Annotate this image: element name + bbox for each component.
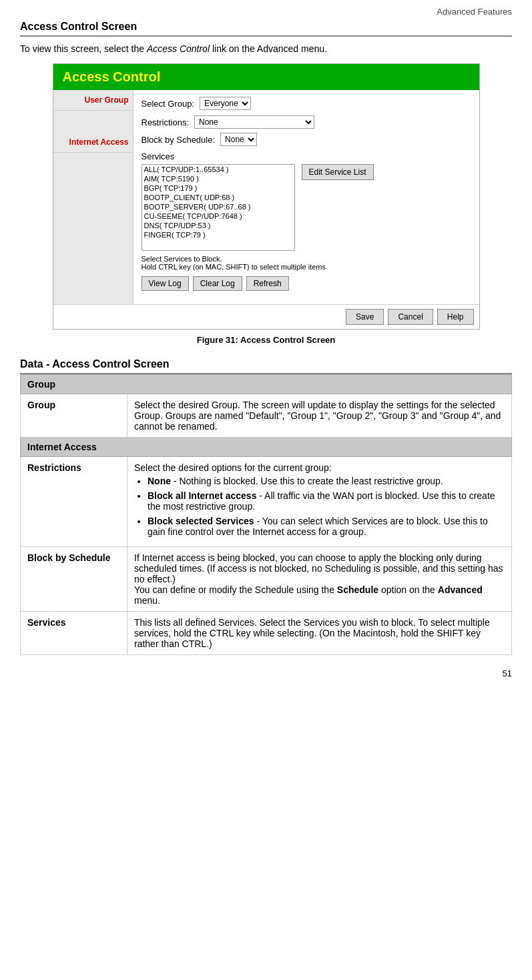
block-schedule-row: Block by Schedule: None (142, 133, 471, 146)
group-header-row: Group (21, 375, 512, 394)
access-control-widget: Access Control User Group Internet Acces… (53, 63, 480, 330)
sidebar-user-group: User Group (53, 90, 133, 111)
services-label: Services (142, 151, 471, 161)
group-description: Select the desired Group. The screen wil… (127, 394, 512, 438)
internet-access-header-cell: Internet Access (21, 438, 512, 457)
services-description: This lists all defined Services. Select … (127, 612, 512, 655)
refresh-button[interactable]: Refresh (246, 276, 289, 291)
schedule-label-cell: Block by Schedule (21, 547, 127, 612)
schedule-description: If Internet access is being blocked, you… (127, 547, 512, 612)
data-table: Group Group Select the desired Group. Th… (20, 374, 512, 655)
list-item: Block all Internet access - All traffic … (148, 490, 505, 512)
restrictions-dropdown[interactable]: None (194, 115, 314, 129)
widget-header: Access Control (53, 64, 479, 90)
table-row-restrictions: Restrictions Select the desired options … (21, 457, 512, 547)
clear-log-button[interactable]: Clear Log (193, 276, 242, 291)
intro-text: To view this screen, select the Access C… (20, 43, 512, 54)
help-button[interactable]: Help (437, 309, 474, 325)
widget-sidebar: User Group Internet Access (53, 90, 134, 304)
cancel-button[interactable]: Cancel (388, 309, 433, 325)
restrictions-label-cell: Restrictions (21, 457, 127, 547)
services-label-cell: Services (21, 612, 127, 655)
list-item: Block selected Services - You can select… (148, 516, 505, 537)
services-listbox[interactable]: ALL( TCP/UDP:1..65534 ) AIM( TCP:5190 ) … (142, 164, 295, 251)
table-row-services: Services This lists all defined Services… (21, 612, 512, 655)
restrictions-label: Restrictions: (142, 117, 190, 127)
internet-access-header-row: Internet Access (21, 438, 512, 457)
section-title: Access Control Screen (20, 21, 512, 37)
restrictions-list: None - Nothing is blocked. Use this to c… (148, 476, 505, 537)
log-buttons: View Log Clear Log Refresh (142, 276, 471, 291)
select-group-row: Select Group: Everyone (142, 97, 471, 110)
select-group-label: Select Group: (142, 99, 195, 109)
restrictions-row: Restrictions: None (142, 115, 471, 129)
view-log-button[interactable]: View Log (142, 276, 189, 291)
table-row-group: Group Select the desired Group. The scre… (21, 394, 512, 438)
block-schedule-label: Block by Schedule: (142, 135, 216, 145)
widget-content: Select Group: Everyone Restrictions: Non… (134, 90, 479, 304)
select-hint: Select Services to Block. Hold CTRL key … (142, 255, 471, 271)
group-header-cell: Group (21, 375, 512, 394)
list-item: None - Nothing is blocked. Use this to c… (148, 476, 505, 486)
action-buttons: Save Cancel Help (53, 304, 479, 329)
services-area: ALL( TCP/UDP:1..65534 ) AIM( TCP:5190 ) … (142, 164, 471, 251)
group-label: Group (21, 394, 127, 438)
data-section-title: Data - Access Control Screen (20, 358, 512, 374)
select-group-dropdown[interactable]: Everyone (200, 97, 251, 110)
page-header: Advanced Features (20, 7, 512, 17)
block-schedule-dropdown[interactable]: None (220, 133, 257, 146)
sidebar-internet-access: Internet Access (53, 111, 133, 153)
restrictions-description: Select the desired options for the curre… (127, 457, 512, 547)
figure-caption: Figure 31: Access Control Screen (20, 335, 512, 345)
table-row-schedule: Block by Schedule If Internet access is … (21, 547, 512, 612)
widget-body: User Group Internet Access Select Group:… (53, 90, 479, 304)
edit-service-button[interactable]: Edit Service List (302, 164, 374, 180)
page-number: 51 (20, 668, 512, 678)
save-button[interactable]: Save (346, 309, 384, 325)
